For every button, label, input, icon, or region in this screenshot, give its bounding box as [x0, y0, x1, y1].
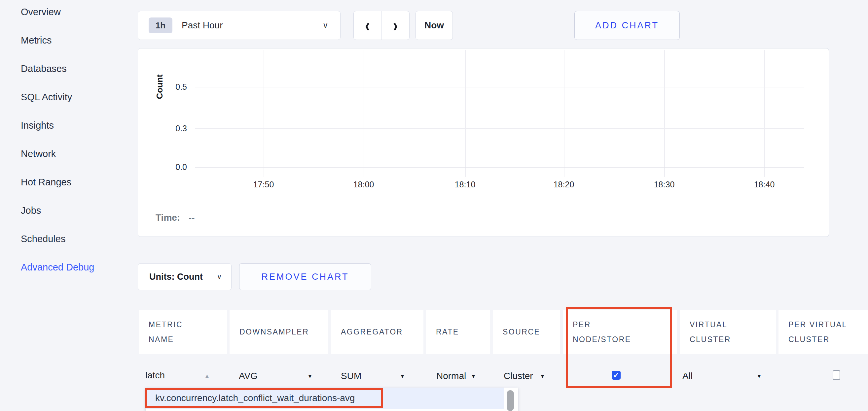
caret-down-icon[interactable]: ▼: [540, 372, 545, 381]
column-header-aggregator: AGGREGATOR: [331, 310, 424, 354]
virtual-cluster-select[interactable]: All: [682, 370, 693, 382]
sidebar-item-network[interactable]: Network: [21, 147, 132, 160]
caret-down-icon[interactable]: ▼: [400, 372, 405, 381]
time-caption: Time:: [156, 212, 180, 222]
gridline-vertical: [564, 50, 564, 177]
source-select[interactable]: Cluster: [504, 370, 533, 382]
gridline-vertical: [664, 50, 665, 177]
y-axis-tick: 0.5: [157, 82, 187, 91]
column-header-text: METRIC NAME: [149, 317, 192, 347]
add-chart-button[interactable]: ADD CHART: [575, 11, 680, 40]
sidebar-item-sql-activity[interactable]: SQL Activity: [21, 91, 132, 104]
custom-chart-card[interactable]: Count 0.5 0.3 0.0 17:50 18:00 18:10 18:2…: [138, 48, 829, 237]
x-axis-tick: 18:00: [344, 180, 383, 189]
column-header-text: AGGREGATOR: [341, 324, 403, 339]
gridline-horizontal: [195, 128, 804, 129]
sidebar-nav: Overview Metrics Databases SQL Activity …: [0, 0, 132, 411]
x-axis-tick: 18:10: [445, 180, 485, 189]
sidebar-item-metrics[interactable]: Metrics: [21, 34, 132, 47]
now-button[interactable]: Now: [415, 11, 453, 40]
column-header-source: SOURCE: [493, 310, 560, 354]
gridline-vertical: [465, 50, 466, 177]
chevron-down-icon: ∨: [217, 272, 222, 281]
y-axis-tick: 0.3: [157, 124, 187, 133]
sidebar-item-schedules[interactable]: Schedules: [21, 232, 132, 245]
hover-time-readout: Time: --: [156, 212, 195, 223]
next-suggestion-item-partial[interactable]: [146, 409, 504, 411]
sidebar-item-jobs[interactable]: Jobs: [21, 204, 132, 217]
caret-up-icon: ▲: [204, 371, 210, 381]
axis-baseline: [195, 167, 804, 168]
sidebar-item-hot-ranges[interactable]: Hot Ranges: [21, 175, 132, 189]
chevron-left-icon: ‹: [365, 13, 370, 38]
advanced-debug-custom-chart-page: Overview Metrics Databases SQL Activity …: [0, 0, 868, 411]
column-header-text: DOWNSAMPLER: [240, 324, 309, 339]
column-header-metric-name: METRIC NAME: [139, 310, 227, 354]
column-header-text: VIRTUAL CLUSTER: [690, 317, 739, 347]
suggestion-item[interactable]: kv.concurrency.latch_conflict_wait_durat…: [155, 393, 355, 403]
time-step-button-group: ‹ ›: [353, 11, 409, 40]
gridline-vertical: [364, 50, 364, 177]
column-header-rate: RATE: [426, 310, 490, 354]
sidebar-item-databases[interactable]: Databases: [21, 62, 132, 75]
column-header-text: SOURCE: [503, 324, 540, 339]
y-axis-tick: 0.0: [157, 162, 187, 172]
metric-name-input[interactable]: [145, 368, 195, 383]
x-axis-tick: 18:40: [744, 180, 784, 189]
sidebar-item-insights[interactable]: Insights: [21, 119, 132, 132]
column-header-per-virtual-cluster: PER VIRTUAL CLUSTER: [778, 310, 868, 354]
caret-down-icon[interactable]: ▼: [471, 372, 476, 381]
gridline-horizontal: [195, 87, 804, 88]
next-time-button[interactable]: ›: [381, 11, 409, 40]
downsampler-select[interactable]: AVG: [239, 370, 258, 382]
gridline-vertical: [764, 50, 765, 177]
x-axis-tick: 18:30: [644, 180, 684, 189]
column-header-text: PER VIRTUAL CLUSTER: [788, 317, 855, 347]
units-dropdown[interactable]: Units: Count ∨: [138, 263, 231, 290]
rate-select[interactable]: Normal: [436, 370, 466, 382]
previous-time-button[interactable]: ‹: [353, 11, 381, 40]
aggregator-select[interactable]: SUM: [341, 370, 361, 382]
sidebar-item-advanced-debug[interactable]: Advanced Debug: [21, 261, 132, 274]
chevron-right-icon: ›: [393, 13, 398, 38]
sidebar-item-overview[interactable]: Overview: [21, 5, 132, 19]
check-icon: ✓: [613, 371, 619, 380]
caret-down-icon[interactable]: ▼: [307, 372, 313, 381]
per-virtual-cluster-checkbox[interactable]: [833, 370, 840, 380]
x-axis-tick: 17:50: [244, 180, 283, 189]
units-dropdown-label: Units: Count: [149, 272, 203, 282]
gridline-vertical: [264, 50, 264, 177]
column-header-downsampler: DOWNSAMPLER: [229, 310, 328, 354]
column-header-text: PER NODE/STORE: [573, 317, 636, 347]
time-range-label: Past Hour: [182, 20, 223, 31]
dropdown-scrollbar-thumb[interactable]: [507, 390, 514, 411]
time-range-picker[interactable]: 1h Past Hour ∨: [138, 11, 341, 40]
caret-down-icon[interactable]: ▼: [756, 372, 762, 381]
remove-chart-button[interactable]: REMOVE CHART: [239, 263, 371, 290]
time-value: --: [189, 212, 195, 222]
column-header-per-node-store: PER NODE/STORE: [563, 310, 677, 354]
column-header-text: RATE: [436, 324, 459, 339]
per-node-store-checkbox[interactable]: ✓: [612, 371, 621, 380]
metric-suggestions-dropdown: kv.concurrency.latch_conflict_wait_durat…: [146, 387, 518, 411]
column-header-virtual-cluster: VIRTUAL CLUSTER: [680, 310, 776, 354]
time-range-badge: 1h: [149, 18, 173, 33]
x-axis-tick: 18:20: [544, 180, 584, 189]
chevron-down-icon: ∨: [322, 21, 328, 30]
